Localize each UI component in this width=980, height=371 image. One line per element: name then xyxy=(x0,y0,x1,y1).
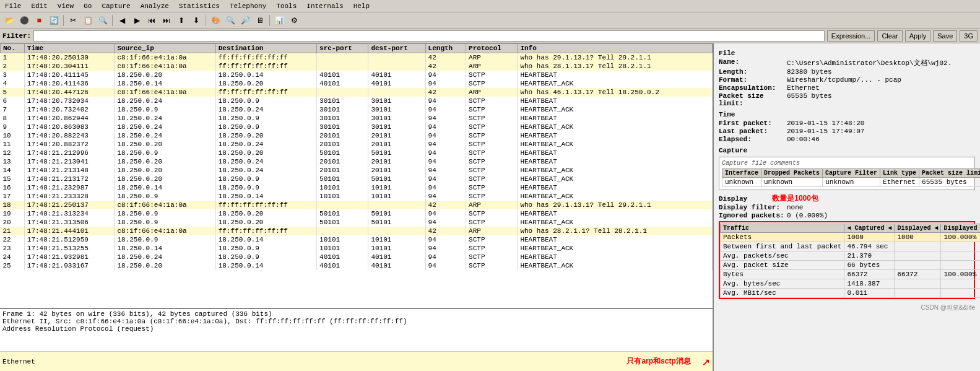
time-first-value: 2019-01-15 17:48:20 xyxy=(787,120,864,127)
traffic-cell xyxy=(895,242,941,251)
table-row[interactable]: 1717:48:21.23332818.250.0.918.250.0.1410… xyxy=(1,192,713,201)
table-cell: 17:48:21.512959 xyxy=(24,235,115,244)
toolbar-stop[interactable]: ■ xyxy=(32,14,46,27)
table-row[interactable]: 1017:48:20.88224318.250.0.2418.250.0.202… xyxy=(1,131,713,140)
table-row[interactable]: 1117:48:20.88237218.250.0.2018.250.0.242… xyxy=(1,140,713,149)
table-row[interactable]: 1417:48:21.21314818.250.0.2018.250.0.242… xyxy=(1,166,713,175)
table-cell xyxy=(368,62,425,71)
toolbar-prefs[interactable]: ⚙ xyxy=(287,14,301,27)
time-last-value: 2019-01-15 17:49:07 xyxy=(787,128,864,135)
table-cell: 18.250.0.9 xyxy=(215,97,316,105)
table-row[interactable]: 2117:48:21.444101c8:1f:66:e4:1a:0aff:ff:… xyxy=(1,227,713,235)
table-cell: 18.250.0.20 xyxy=(115,261,215,270)
table-row[interactable]: 2217:48:21.51295918.250.0.918.250.0.1410… xyxy=(1,235,713,244)
menu-view[interactable]: View xyxy=(55,2,76,11)
traffic-header-row: Traffic ◄ Captured ◄ Displayed ◄ Display… xyxy=(721,224,981,233)
table-cell: 20 xyxy=(1,218,25,227)
col-info[interactable]: Info xyxy=(518,44,713,53)
table-row[interactable]: 117:48:20.250130c8:1f:66:e4:1a:0aff:ff:f… xyxy=(1,53,713,63)
table-cell: 94 xyxy=(425,192,466,201)
toolbar-record[interactable]: ⚫ xyxy=(17,14,31,27)
table-row[interactable]: 517:48:20.447126c8:1f:66:e4:1a:0aff:ff:f… xyxy=(1,88,713,97)
table-row[interactable]: 1617:48:21.23298718.250.0.1418.250.0.910… xyxy=(1,183,713,192)
menu-capture[interactable]: Capture xyxy=(99,2,132,11)
toolbar-stats[interactable]: 📊 xyxy=(272,14,286,27)
toolbar-open[interactable]: 📂 xyxy=(2,14,16,27)
table-cell: 50101 xyxy=(317,209,368,218)
table-cell: who has 46.1.13.1? Tell 18.250.0.2 xyxy=(518,88,713,97)
table-row[interactable]: 2517:48:21.93316718.250.0.2018.250.0.144… xyxy=(1,261,713,270)
table-cell: 50101 xyxy=(368,149,425,157)
menu-help[interactable]: Help xyxy=(351,2,372,11)
table-row[interactable]: 1917:48:21.31323418.250.0.918.250.0.2050… xyxy=(1,209,713,218)
toolbar-restart[interactable]: 🔄 xyxy=(47,14,61,27)
col-dport[interactable]: dest-port xyxy=(368,44,425,53)
table-cell: 30101 xyxy=(317,114,368,123)
toolbar-zoom-out[interactable]: 🔎 xyxy=(238,14,252,27)
table-row[interactable]: 2317:48:21.51325518.250.0.1418.250.0.910… xyxy=(1,244,713,253)
toolbar-down[interactable]: ⬇ xyxy=(189,14,203,27)
menu-analyze[interactable]: Analyze xyxy=(138,2,171,11)
table-row[interactable]: 1317:48:21.21304118.250.0.2018.250.0.242… xyxy=(1,157,713,166)
menu-tools[interactable]: Tools xyxy=(274,2,299,11)
menu-internals[interactable]: Internals xyxy=(304,2,345,11)
table-cell: 18.250.0.24 xyxy=(215,140,316,149)
toolbar-first[interactable]: ⏮ xyxy=(145,14,158,27)
detail-line: Frame 1: 42 bytes on wire (336 bits), 42… xyxy=(2,310,710,318)
table-row[interactable]: 2017:48:21.31350618.250.0.918.250.0.2050… xyxy=(1,218,713,227)
packet-list[interactable]: No. Time Source_ip Destination src-port … xyxy=(0,43,713,308)
toolbar-colorize[interactable]: 🎨 xyxy=(209,14,222,27)
filter-input[interactable] xyxy=(33,30,825,41)
table-cell: 94 xyxy=(425,79,466,88)
apply-button[interactable]: Apply xyxy=(905,30,931,41)
traffic-cell xyxy=(895,261,941,270)
table-row[interactable]: 217:48:20.304111c8:1f:66:e4:1a:0aff:ff:f… xyxy=(1,62,713,71)
toolbar-find[interactable]: 🔍 xyxy=(96,14,110,27)
traffic-cell xyxy=(895,251,941,261)
table-row[interactable]: 317:48:20.41114518.250.0.2018.250.0.1440… xyxy=(1,71,713,79)
col-sport[interactable]: src-port xyxy=(317,44,368,53)
col-no[interactable]: No. xyxy=(1,44,25,53)
toolbar-fwd[interactable]: ▶ xyxy=(130,14,144,27)
col-len[interactable]: Length xyxy=(425,44,466,53)
menu-edit[interactable]: Edit xyxy=(28,2,50,11)
menu-statistics[interactable]: Statistics xyxy=(176,2,222,11)
expression-button[interactable]: Expression... xyxy=(827,30,875,41)
table-cell: 30101 xyxy=(368,105,425,114)
toolbar-last[interactable]: ⏭ xyxy=(160,14,173,27)
table-cell: 18.250.0.9 xyxy=(215,123,316,131)
toolbar-up[interactable]: ⬆ xyxy=(175,14,188,27)
toolbar-paste[interactable]: 📋 xyxy=(81,14,95,27)
col-src[interactable]: Source_ip xyxy=(115,44,215,53)
table-cell: 40101 xyxy=(368,71,425,79)
table-row[interactable]: 717:48:20.73240218.250.0.918.250.0.24301… xyxy=(1,105,713,114)
table-row[interactable]: 1817:48:21.250137c8:1f:66:e4:1a:0aff:ff:… xyxy=(1,201,713,209)
toolbar-zoom-in[interactable]: 🔍 xyxy=(223,14,237,27)
col-proto[interactable]: Protocol xyxy=(466,44,518,53)
table-cell: SCTP xyxy=(466,261,518,270)
table-row[interactable]: 1217:48:21.21299618.250.0.918.250.0.2050… xyxy=(1,149,713,157)
table-row[interactable]: 617:48:20.73203418.250.0.2418.250.0.9301… xyxy=(1,97,713,105)
file-section-title: File xyxy=(719,50,975,57)
menu-file[interactable]: File xyxy=(2,2,24,11)
table-row[interactable]: 917:48:20.86308318.250.0.2418.250.0.9301… xyxy=(1,123,713,131)
col-dst[interactable]: Destination xyxy=(215,44,316,53)
save-button[interactable]: Save xyxy=(933,30,957,41)
table-cell: 17:48:21.232987 xyxy=(24,183,115,192)
toolbar-back[interactable]: ◀ xyxy=(115,14,129,27)
table-row[interactable]: 417:48:20.41143618.250.0.1418.250.0.2040… xyxy=(1,79,713,88)
3g-button[interactable]: 3G xyxy=(960,30,978,41)
toolbar-close[interactable]: ✂ xyxy=(66,14,80,27)
clear-button[interactable]: Clear xyxy=(877,30,902,41)
table-cell: SCTP xyxy=(466,183,518,192)
table-cell: SCTP xyxy=(466,131,518,140)
menu-telephony[interactable]: Telephony xyxy=(227,2,269,11)
col-time[interactable]: Time xyxy=(24,44,115,53)
table-row[interactable]: 1517:48:21.21317218.250.0.2018.250.0.950… xyxy=(1,175,713,183)
table-row[interactable]: 817:48:20.86294418.250.0.2418.250.0.9301… xyxy=(1,114,713,123)
table-row[interactable]: 2417:48:21.93298118.250.0.2418.250.0.940… xyxy=(1,253,713,261)
toolbar-zoom-reset[interactable]: 🖥 xyxy=(253,14,267,27)
table-cell: 50101 xyxy=(317,149,368,157)
menu-go[interactable]: Go xyxy=(81,2,94,11)
table-cell: 10 xyxy=(1,131,25,140)
